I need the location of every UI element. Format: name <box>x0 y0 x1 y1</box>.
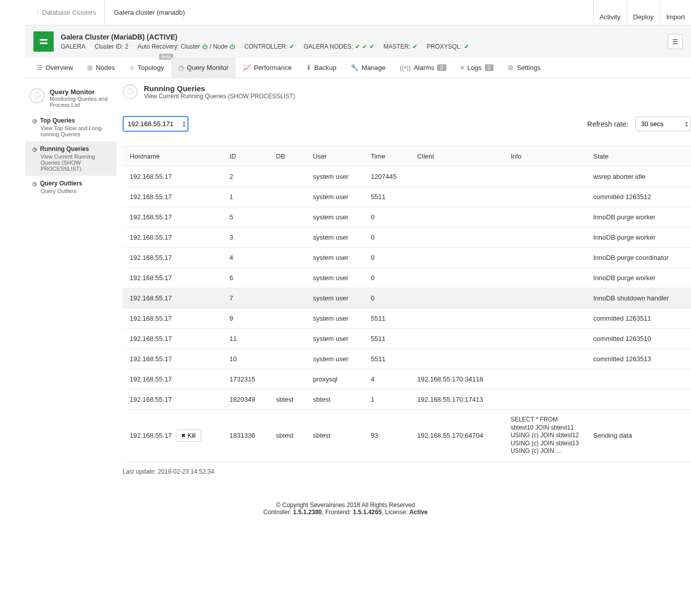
cell-info <box>504 167 586 187</box>
cell-hostname: 192.168.55.17 <box>123 268 222 288</box>
cell-hostname: 192.168.55.17 <box>123 167 222 187</box>
check-icon: ✔ <box>289 43 294 50</box>
cell-time: 4 <box>364 369 410 390</box>
tab-logs[interactable]: ≡Logs0 <box>453 58 501 78</box>
cell-state: Sending data <box>586 410 691 462</box>
tab-manage[interactable]: 🔧Manage <box>343 58 393 78</box>
tab-topology[interactable]: ⊹Topologybeta <box>122 58 171 78</box>
cell-info <box>504 248 586 268</box>
cell-state: InnoDB purge worker <box>586 268 691 288</box>
cell-hostname: 192.168.55.17 <box>123 288 222 309</box>
cell-hostname: 192.168.55.17 <box>123 369 222 390</box>
column-header[interactable]: Client <box>410 146 504 167</box>
logs-count: 0 <box>485 64 494 71</box>
check-icon: ✔ <box>362 43 367 50</box>
clock-icon: ◷ <box>32 181 37 186</box>
column-header[interactable]: Time <box>364 146 410 167</box>
tab-settings[interactable]: ⚙Settings <box>501 58 548 78</box>
cell-id: 4 <box>222 248 269 268</box>
sidebar-item-top-queries[interactable]: ◷Top Queries View Top Slow and Long-runn… <box>25 113 117 141</box>
import-button[interactable]: Import <box>660 0 691 25</box>
cell-info <box>504 309 586 329</box>
tab-query-monitor[interactable]: ◷Query Monitor <box>171 58 236 78</box>
column-header[interactable]: User <box>306 146 364 167</box>
cell-id: 2 <box>222 167 269 187</box>
cell-user: system user <box>306 167 364 187</box>
svg-rect-1 <box>40 43 48 44</box>
cell-info <box>504 390 586 410</box>
cell-user: system user <box>306 288 364 309</box>
column-header[interactable]: State <box>586 146 691 167</box>
column-header[interactable]: Info <box>504 146 586 167</box>
tab-backup[interactable]: ⬇Backup <box>299 58 343 78</box>
cell-state: committed 1263511 <box>586 309 691 329</box>
alarms-count: 0 <box>437 64 446 71</box>
sidebar-item-label: Query Outliers <box>40 180 82 187</box>
table-row: 192.168.55.179system user5511committed 1… <box>123 309 691 329</box>
table-row: 192.168.55.171system user5511committed 1… <box>123 187 691 207</box>
cell-client <box>410 268 504 288</box>
sidebar-subtitle: Monitoring Queries and Process List <box>50 96 112 108</box>
cell-info <box>504 288 586 309</box>
refresh-rate-select[interactable]: 30 secs <box>635 117 691 131</box>
breadcrumb-back[interactable]: 〈 Database Clusters <box>25 0 105 25</box>
cell-state: InnoDB shutdown handler <box>586 288 691 309</box>
top-breadcrumb-bar: 〈 Database Clusters Galera cluster (mari… <box>25 0 691 25</box>
tab-label: Topology <box>138 64 164 71</box>
cell-user: proxysql <box>306 369 364 390</box>
tab-alarms[interactable]: ((•))Alarms0 <box>393 58 453 78</box>
cell-client <box>410 248 504 268</box>
tab-label: Settings <box>517 64 541 71</box>
tab-label: Manage <box>362 64 386 71</box>
cell-time: 0 <box>364 268 410 288</box>
cell-state <box>586 390 691 410</box>
column-header[interactable]: Hostname <box>123 146 222 167</box>
breadcrumb-back-label: Database Clusters <box>42 9 96 16</box>
sidebar-item-running-queries[interactable]: ◷Running Queries View Current Running Qu… <box>25 141 117 176</box>
cell-db: sbtest <box>269 390 306 410</box>
cell-user: system user <box>306 349 364 369</box>
copyright: © Copyright Severalnines 2018 All Rights… <box>0 502 691 509</box>
column-header[interactable]: ID <box>222 146 269 167</box>
cell-user: system user <box>306 248 364 268</box>
cell-client: 192.168.55.170:64704 <box>410 410 504 462</box>
table-row: 192.168.55.177system user0InnoDB shutdow… <box>123 288 691 309</box>
column-header[interactable]: DB <box>269 146 306 167</box>
cell-info <box>504 329 586 349</box>
deploy-button[interactable]: Deploy <box>627 0 660 25</box>
version-info: Controller: 1.5.1.2380, Frontend: 1.5.1.… <box>0 509 691 516</box>
kill-button[interactable]: ✖ Kill <box>176 430 201 442</box>
table-row: 192.168.55.174system user0InnoDB purge c… <box>123 248 691 268</box>
clock-icon: ◷ <box>178 64 184 71</box>
cell-state: committed 1263512 <box>586 187 691 207</box>
cell-info <box>504 268 586 288</box>
tab-label: Performance <box>254 64 291 71</box>
activity-button[interactable]: Activity <box>593 0 627 25</box>
cell-id: 3 <box>222 227 269 248</box>
cell-time: 5511 <box>364 309 410 329</box>
cell-state: InnoDB purge worker <box>586 227 691 248</box>
table-row: 192.168.55.173system user0InnoDB purge w… <box>123 227 691 248</box>
cell-db <box>269 288 306 309</box>
cluster-menu-button[interactable]: ☰ <box>668 34 683 49</box>
galera-nodes-status: GALERA NODES: ✔ ✔ ✔ <box>303 43 374 50</box>
cell-time: 1 <box>364 390 410 410</box>
host-select[interactable]: 192.168.55.171 <box>123 116 188 132</box>
running-queries-table: HostnameIDDBUserTimeClientInfoState 192.… <box>123 146 691 462</box>
sidebar-item-query-outliers[interactable]: ◷Query Outliers Query Outliers <box>25 176 117 198</box>
cell-user: system user <box>306 207 364 227</box>
tab-overview[interactable]: ☰Overview <box>29 58 80 78</box>
cluster-title: Galera Cluster (MariaDB) (ACTIVE) <box>61 33 668 41</box>
power-icon: ⏻ <box>229 44 235 50</box>
tab-performance[interactable]: 📈Performance <box>236 58 298 78</box>
tab-nodes[interactable]: ⊞Nodes <box>80 58 122 78</box>
table-row: 192.168.55.171820349sbtestsbtest1192.168… <box>123 390 691 410</box>
table-row: 192.168.55.172system user1207445wsrep ab… <box>123 167 691 187</box>
cell-time: 0 <box>364 248 410 268</box>
chart-icon: 📈 <box>243 64 251 71</box>
cell-hostname: 192.168.55.17 <box>123 248 222 268</box>
cell-time: 0 <box>364 207 410 227</box>
cell-info <box>504 349 586 369</box>
cell-client <box>410 207 504 227</box>
gear-icon: ⚙ <box>508 64 514 71</box>
